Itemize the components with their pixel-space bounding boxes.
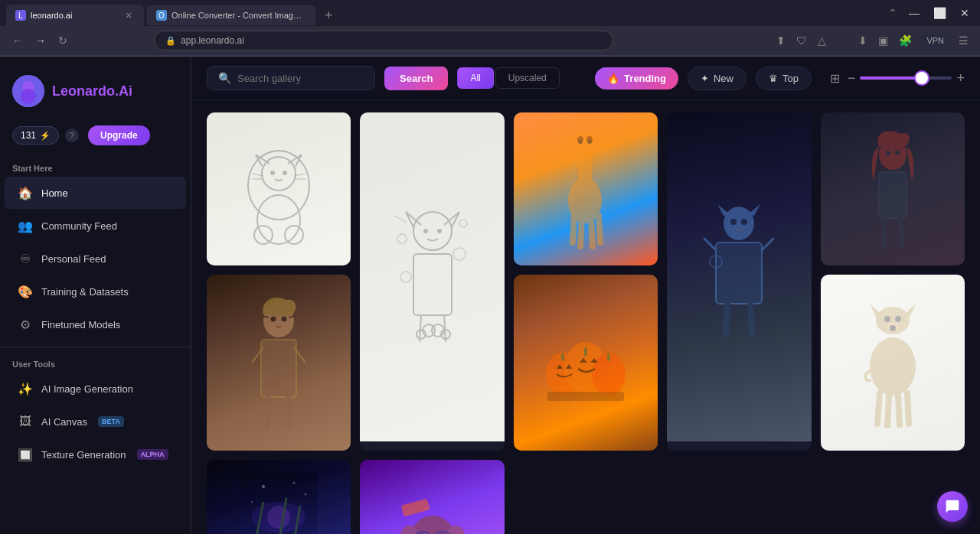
grid-overlay-btn[interactable]: ⊞ <box>897 281 916 299</box>
forward-btn[interactable]: → <box>32 33 49 48</box>
edit-overlay-btn[interactable]: ✏ <box>459 466 477 484</box>
expand-overlay-btn[interactable]: ⤢ <box>326 119 345 137</box>
sidebar-item-texture[interactable]: 🔲 Texture Generation ALPHA <box>5 438 186 471</box>
brand-name: Leonardo.Ai <box>52 83 132 99</box>
gallery-item[interactable]: ⊞ ✏ ⤢ <box>514 112 658 265</box>
sidebar-training-label: Training & Datasets <box>41 286 129 298</box>
shield-icon[interactable]: 🛡 <box>794 32 809 49</box>
expand-overlay-btn[interactable]: ⤢ <box>787 119 805 137</box>
grid-view-btn[interactable]: ⊞ <box>827 68 843 89</box>
sidebar-item-training[interactable]: 🎨 Training & Datasets <box>5 275 186 308</box>
vpn-badge[interactable]: VPN <box>920 34 950 47</box>
sidebar-divider <box>0 347 191 347</box>
grid-overlay-btn[interactable]: ⊞ <box>590 281 609 299</box>
expand-overlay-btn[interactable]: ⤢ <box>940 281 959 299</box>
gallery-item[interactable]: ⊞ ✏ ⤢ <box>360 460 504 534</box>
download-icon[interactable]: ⬇ <box>856 32 870 49</box>
new-tab-btn[interactable]: + <box>322 8 336 24</box>
gallery-item[interactable]: ⊞ ✏ ⤢ <box>821 275 965 451</box>
grid-overlay-btn[interactable]: ⊞ <box>437 466 456 484</box>
credits-value: 131 <box>21 130 36 141</box>
texture-icon: 🔲 <box>17 446 34 463</box>
tab-inactive[interactable]: O Online Converter - Convert Image, Vi..… <box>147 5 315 25</box>
grid-overlay-btn[interactable]: ⊞ <box>283 466 302 484</box>
share-icon[interactable]: ⬆ <box>774 32 788 49</box>
upscaled-tab[interactable]: Upscaled <box>495 67 560 89</box>
svg-point-2 <box>21 89 36 104</box>
info-btn[interactable]: ? <box>65 129 79 142</box>
gallery-item[interactable]: ⊞ ✏ ⤢ <box>667 112 811 451</box>
sidebar-item-finetuned[interactable]: ⚙ Finetuned Models <box>5 308 186 340</box>
sidebar-item-home[interactable]: 🏠 Home <box>5 177 186 209</box>
extensions-icon[interactable]: 🧩 <box>897 32 914 49</box>
collapse-icon[interactable]: ⌃ <box>886 5 900 21</box>
grid-overlay-btn[interactable]: ⊞ <box>897 119 916 137</box>
search-input[interactable] <box>237 73 364 84</box>
edit-overlay-btn[interactable]: ✏ <box>919 119 937 137</box>
edit-overlay-btn[interactable]: ✏ <box>459 119 477 137</box>
edit-overlay-btn[interactable]: ✏ <box>305 466 323 484</box>
bolt-icon: ⚡ <box>40 131 51 141</box>
brand-name-prefix: Leonardo <box>52 83 115 99</box>
upgrade-button[interactable]: Upgrade <box>88 125 150 145</box>
edit-overlay-btn[interactable]: ✏ <box>919 281 937 299</box>
edit-overlay-btn[interactable]: ✏ <box>305 119 323 137</box>
refresh-btn[interactable]: ↻ <box>55 33 70 48</box>
sidebar-personal-label: Personal Feed <box>41 253 106 265</box>
minimize-btn[interactable]: — <box>904 5 924 21</box>
all-tab[interactable]: All <box>457 67 493 89</box>
sidebar-item-community[interactable]: 👥 Community Feed <box>5 210 186 242</box>
chat-bubble[interactable] <box>937 491 968 522</box>
gallery-item[interactable]: ⊞ ✏ ⤢ <box>207 275 351 451</box>
zoom-plus-btn[interactable]: + <box>956 70 965 86</box>
grid-overlay-btn[interactable]: ⊞ <box>437 119 456 137</box>
expand-overlay-btn[interactable]: ⤢ <box>940 119 959 137</box>
gallery-item[interactable]: ⊞ ✏ ⤢ <box>207 460 351 534</box>
fire-icon: 🔥 <box>607 73 619 84</box>
alert-icon[interactable]: △ <box>815 32 828 49</box>
zoom-slider[interactable] <box>860 77 952 80</box>
maximize-btn[interactable]: ⬜ <box>929 5 951 21</box>
menu-icon[interactable]: ☰ <box>956 32 971 49</box>
address-bar: ← → ↻ 🔒 app.leonardo.ai ⬆ 🛡 △ ⬇ ▣ 🧩 VPN … <box>0 26 980 56</box>
sidebar-item-ai-image[interactable]: ✨ AI Image Generation <box>5 373 186 405</box>
edit-overlay-btn[interactable]: ✏ <box>612 281 630 299</box>
edit-overlay-btn[interactable]: ✏ <box>766 119 784 137</box>
expand-overlay-btn[interactable]: ⤢ <box>326 281 345 299</box>
top-button[interactable]: ♛ Top <box>756 67 812 90</box>
gallery-item[interactable]: ⊞ ✏ ⤢ <box>360 112 504 451</box>
sidebar-finetuned-label: Finetuned Models <box>41 319 120 330</box>
sidebar-community-label: Community Feed <box>41 220 117 232</box>
expand-overlay-btn[interactable]: ⤢ <box>326 466 345 484</box>
zoom-minus-btn[interactable]: − <box>848 70 856 86</box>
sidebar-ai-canvas-label: AI Canvas <box>41 416 87 428</box>
grid-overlay-btn[interactable]: ⊞ <box>283 281 302 299</box>
cursor-placeholder <box>835 38 850 43</box>
search-container: 🔍 <box>207 66 375 90</box>
credits-row: 131 ⚡ ? Upgrade <box>0 119 191 158</box>
expand-overlay-btn[interactable]: ⤢ <box>480 466 498 484</box>
new-button[interactable]: ✦ New <box>688 67 746 90</box>
trending-button[interactable]: 🔥 Trending <box>595 67 678 90</box>
grid-overlay-btn[interactable]: ⊞ <box>744 119 763 137</box>
back-btn[interactable]: ← <box>9 33 26 48</box>
sidebar-toggle-icon[interactable]: ▣ <box>876 32 890 49</box>
edit-overlay-btn[interactable]: ✏ <box>612 119 630 137</box>
sidebar-item-personal[interactable]: ♾ Personal Feed <box>5 243 186 275</box>
close-btn[interactable]: ✕ <box>956 5 974 21</box>
gallery-item[interactable]: ⊞ ✏ ⤢ <box>207 112 351 265</box>
expand-overlay-btn[interactable]: ⤢ <box>633 281 652 299</box>
tab-close-btn[interactable]: × <box>122 9 135 21</box>
gallery-item[interactable]: ⊞ ✏ ⤢ <box>821 112 965 265</box>
address-input[interactable]: 🔒 app.leonardo.ai <box>154 31 613 50</box>
search-button[interactable]: Search <box>384 67 448 90</box>
edit-overlay-btn[interactable]: ✏ <box>305 281 323 299</box>
app-container: Leonardo.Ai 131 ⚡ ? Upgrade Start Here 🏠… <box>0 57 980 534</box>
gallery-item[interactable]: ⊞ ✏ ⤢ <box>514 275 658 451</box>
grid-overlay-btn[interactable]: ⊞ <box>283 119 302 137</box>
expand-overlay-btn[interactable]: ⤢ <box>480 119 498 137</box>
tab-active[interactable]: L leonardo.ai × <box>6 5 144 26</box>
grid-overlay-btn[interactable]: ⊞ <box>590 119 609 137</box>
sidebar-item-ai-canvas[interactable]: 🖼 AI Canvas BETA <box>5 405 186 438</box>
expand-overlay-btn[interactable]: ⤢ <box>633 119 652 137</box>
